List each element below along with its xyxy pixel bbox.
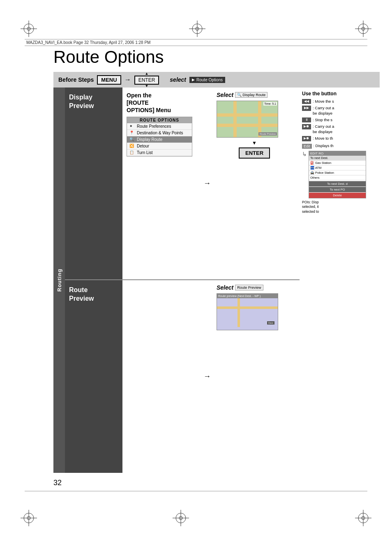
button-desc-1: ◀◀ : Move the s: [302, 99, 377, 104]
route-road-h: [217, 306, 278, 309]
route-preview-label: Route Preview: [65, 280, 122, 473]
btn-tag-3: ⏸: [302, 117, 311, 122]
edit-section: Edit : Displays th ↳ EDIT RO To next Des…: [302, 144, 377, 215]
edit-ro-item-atm: 🏧 ATM: [309, 166, 366, 170]
enter-button-small: ENTER: [134, 76, 159, 85]
menu-item-label: Display Route: [137, 137, 162, 142]
map-preview-inner: Time: 5.1 Route Preview: [217, 101, 278, 137]
bottom-divider-line: [25, 491, 367, 491]
atm-label: ATM: [315, 166, 321, 170]
route-preview-tag-label: Route Preview: [237, 286, 261, 290]
police-icon: 🚔: [310, 171, 314, 175]
btn-tag-5: ▶⏺: [302, 136, 311, 141]
menu-item-destination: 📍 Destination & Way Points: [127, 130, 192, 136]
spacer: [295, 88, 300, 279]
delete-btn: Delete: [309, 193, 366, 198]
button-desc-4: ▶⏺ : Carry out abe displaye: [302, 124, 377, 134]
route-preview-text: Route Preview: [69, 286, 94, 302]
btn-tag-2: ▶▶: [302, 106, 311, 111]
edit-ro-title: EDIT RO: [309, 151, 366, 156]
route-preview-tag: Route Preview: [235, 285, 263, 290]
others-label: Others: [310, 176, 320, 180]
indent-arrow-icon: ↳: [302, 151, 307, 198]
btn-tag-1: ◀◀: [302, 99, 311, 104]
map-preview-top: Time: 5.1 Route Preview: [217, 101, 278, 138]
before-steps-label: Before Steps: [58, 76, 94, 83]
map-road-vertical: [233, 101, 237, 137]
menu-item-label: Destination & Way Points: [137, 131, 183, 135]
edit-ro-container: ↳ EDIT RO To next Dest. ⛽ Gas Station 🏧 …: [302, 151, 377, 198]
edit-desc: : Displays th: [314, 144, 334, 148]
corner-decoration-tl: [21, 21, 37, 37]
header-text: MAZDA3_NAVI_EA.book Page 32 Thursday, Ap…: [26, 40, 150, 45]
map-road-vertical-2: [258, 101, 261, 137]
select-map-area-top: Select 🔍 Display Route Time: 5.1: [213, 88, 295, 279]
edit-row: Edit : Displays th: [302, 144, 377, 150]
bottom-spacer: [295, 280, 300, 473]
select-text: select: [170, 76, 186, 83]
route-preview-map-inner: Dest: [217, 298, 278, 327]
route-preview-section: Route Preview → Select Route Preview Rou…: [65, 280, 300, 473]
select-label-bottom: Select: [217, 284, 233, 291]
select-label-top: Select: [217, 92, 233, 98]
display-preview-section: Display Preview Open the [ROUTE OPTIONS]…: [65, 88, 300, 280]
arrow-connector-1: →: [201, 88, 213, 279]
atm-icon: 🏧: [310, 166, 314, 170]
right-panel: Use the button ◀◀ : Move the s ▶▶ : Carr…: [300, 88, 380, 473]
down-arrow-enter: ▼: [252, 140, 257, 146]
menu-button: MENU: [97, 75, 121, 85]
to-next-dest-btn: To next Dest. d: [309, 181, 366, 187]
route-options-menu: ROUTE OPTIONS ✦ Route Preferences 📍 Dest…: [127, 117, 192, 157]
sections-column: Display Preview Open the [ROUTE OPTIONS]…: [65, 88, 300, 473]
map-road-horizontal: [217, 113, 278, 117]
corner-decoration-bm: [173, 510, 189, 526]
mini-tag-icon: ▶: [192, 78, 195, 82]
edit-ro-box: EDIT RO To next Dest. ⛽ Gas Station 🏧 AT…: [309, 151, 366, 198]
route-options-mini-tag: ▶ Route Options: [189, 77, 225, 83]
corner-decoration-br: [355, 510, 371, 526]
corner-decoration-tr: [355, 21, 371, 37]
menu-item-turn-list: 📋 Turn List: [127, 150, 192, 156]
select-map-area-bottom: Select Route Preview Route preview (Next…: [213, 280, 295, 473]
use-button-title: Use the button: [302, 91, 377, 97]
button-desc-5: ▶⏺ : Move to th: [302, 136, 377, 141]
corner-decoration-bl: [21, 510, 37, 526]
gas-label: Gas Station: [315, 161, 331, 165]
route-preview-map-header: Route preview (Next Dest. - WP ): [217, 294, 278, 298]
btn-desc-5: : Move to th: [313, 136, 333, 141]
edit-ro-item-gas: ⛽ Gas Station: [309, 161, 366, 166]
police-label: Police Station: [315, 171, 334, 175]
menu-item-label: Route Preferences: [137, 124, 171, 129]
routing-sidebar: Routing: [53, 88, 65, 473]
arrow-icon: →: [125, 76, 131, 83]
edit-ro-item-police: 🚔 Police Station: [309, 170, 366, 175]
page-title: Route Options: [53, 47, 164, 67]
edit-ro-item-others: Others: [309, 175, 366, 180]
menu-item-detour: 🔀 Detour: [127, 143, 192, 150]
edit-tag: Edit: [302, 144, 312, 149]
display-preview-label: Display Preview: [65, 88, 122, 279]
route-preview-middle: [122, 280, 201, 473]
up-arrow-icon: ▲: [145, 71, 149, 76]
route-preview-bar: Route Preview: [258, 132, 277, 136]
before-steps-bar: Before Steps MENU → ▲ ENTER ▼ select ▶ R…: [53, 72, 380, 88]
btn-desc-1: : Move the s: [313, 99, 334, 104]
enter-button-large: ENTER: [239, 147, 270, 159]
page-number: 32: [53, 479, 62, 487]
edit-ro-header-row: To next Dest.: [309, 156, 366, 161]
menu-icon-turn: 📋: [129, 150, 135, 154]
button-desc-3: ⏸ : Stop the s: [302, 117, 377, 122]
menu-icon-route-prefs: ✦: [129, 124, 135, 128]
menu-item-route-preferences: ✦ Route Preferences: [127, 123, 192, 130]
btn-desc-3: : Stop the s: [313, 117, 332, 122]
select-row-bottom: Select Route Preview: [217, 284, 292, 291]
route-road-v: [238, 298, 240, 327]
route-dest-marker: Dest: [267, 321, 274, 325]
header-line: MAZDA3_NAVI_EA.book Page 32 Thursday, Ap…: [25, 39, 367, 46]
btn-desc-2: : Carry out abe displaye: [313, 106, 334, 116]
corner-decoration-tm: [189, 21, 205, 37]
open-route-title: Open the [ROUTE OPTIONS] Menu: [127, 92, 197, 114]
select-row-top: Select 🔍 Display Route: [217, 92, 292, 98]
display-route-label: Display Route: [242, 93, 265, 97]
edit-footer-buttons: To next Dest. d To next PO Delete: [309, 181, 366, 198]
